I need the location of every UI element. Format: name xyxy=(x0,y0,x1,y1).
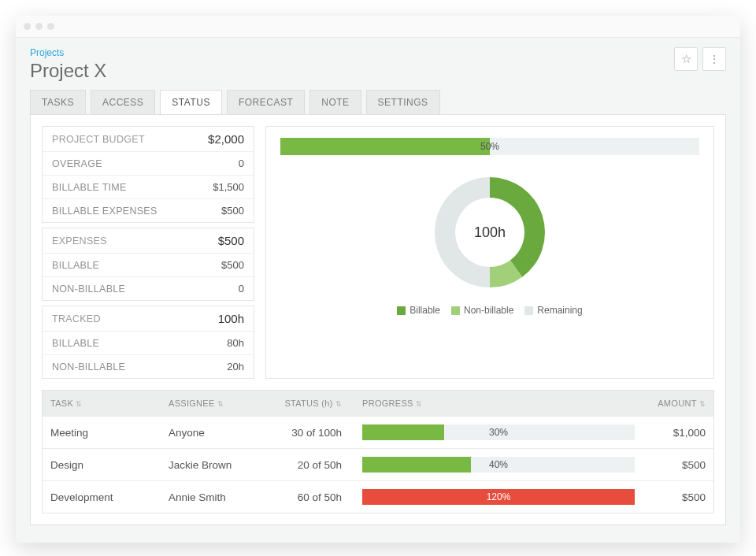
tasks-table: TASK⇅ ASSIGNEE⇅ STATUS (h)⇅ PROGRESS⇅ AM… xyxy=(42,390,714,513)
legend: BillableNon-billableRemaining xyxy=(397,305,582,316)
traffic-light-dot xyxy=(47,23,54,30)
label: BILLABLE xyxy=(52,338,99,349)
cell-task: Meeting xyxy=(43,419,161,447)
row-progress-label: 120% xyxy=(362,489,635,505)
label: BILLABLE TIME xyxy=(52,182,127,193)
value: 0 xyxy=(239,283,244,295)
cell-status: 60 of 50h xyxy=(271,484,350,511)
expenses-box: EXPENSES$500 BILLABLE$500 NON-BILLABLE0 xyxy=(42,228,254,301)
favorite-button[interactable]: ☆ xyxy=(674,47,698,71)
legend-swatch xyxy=(451,306,460,315)
row-progress-bar: 120% xyxy=(362,489,635,505)
star-icon: ☆ xyxy=(681,52,691,66)
label: PROJECT BUDGET xyxy=(52,134,145,145)
col-assignee[interactable]: ASSIGNEE⇅ xyxy=(161,391,271,416)
cell-assignee: Anyone xyxy=(161,419,271,447)
label: OVERAGE xyxy=(52,158,102,169)
table-row[interactable]: DesignJackie Brown20 of 50h40%$500 xyxy=(43,448,713,480)
legend-swatch xyxy=(524,306,533,315)
page-title: Project X xyxy=(30,60,106,82)
progress-bar: 50% xyxy=(280,138,699,155)
label: EXPENSES xyxy=(52,235,107,246)
legend-label: Remaining xyxy=(537,305,582,316)
legend-label: Non-billable xyxy=(464,305,513,316)
table-row[interactable]: MeetingAnyone30 of 100h30%$1,000 xyxy=(43,416,713,448)
row-progress-label: 30% xyxy=(362,424,635,440)
legend-swatch xyxy=(397,306,406,315)
budget-box: PROJECT BUDGET$2,000 OVERAGE0 BILLABLE T… xyxy=(42,126,254,223)
tab-note[interactable]: NOTE xyxy=(309,90,361,114)
table-header: TASK⇅ ASSIGNEE⇅ STATUS (h)⇅ PROGRESS⇅ AM… xyxy=(43,391,713,416)
more-button[interactable]: ⋮ xyxy=(702,47,726,71)
titlebar xyxy=(16,16,740,38)
legend-item: Non-billable xyxy=(451,305,513,316)
value: 0 xyxy=(239,158,244,169)
status-panel: PROJECT BUDGET$2,000 OVERAGE0 BILLABLE T… xyxy=(30,114,726,525)
col-status[interactable]: STATUS (h)⇅ xyxy=(271,391,350,416)
progress-bar-label: 50% xyxy=(280,138,699,155)
legend-label: Billable xyxy=(410,305,440,316)
traffic-light-dot xyxy=(24,23,31,30)
tracked-box: TRACKED100h BILLABLE80h NON-BILLABLE20h xyxy=(42,306,254,379)
cell-progress: 120% xyxy=(350,481,643,513)
row-progress-bar: 40% xyxy=(362,457,635,473)
cell-assignee: Annie Smith xyxy=(161,484,271,511)
value: $500 xyxy=(221,205,244,217)
label: BILLABLE EXPENSES xyxy=(52,206,158,217)
cell-progress: 40% xyxy=(350,449,643,480)
cell-status: 20 of 50h xyxy=(271,451,350,479)
tab-forecast[interactable]: FORECAST xyxy=(227,90,305,114)
value: $500 xyxy=(218,234,244,247)
tab-access[interactable]: ACCESS xyxy=(91,90,155,114)
value: $1,500 xyxy=(213,181,244,193)
col-amount[interactable]: AMOUNT⇅ xyxy=(643,391,713,416)
value: 20h xyxy=(227,361,244,373)
row-progress-label: 40% xyxy=(362,457,635,473)
cell-task: Development xyxy=(43,484,161,511)
sort-icon: ⇅ xyxy=(76,400,82,408)
tab-settings[interactable]: SETTINGS xyxy=(366,90,440,114)
legend-item: Billable xyxy=(397,305,440,316)
donut-chart: 100h xyxy=(427,169,553,295)
legend-item: Remaining xyxy=(524,305,582,316)
col-progress[interactable]: PROGRESS⇅ xyxy=(350,391,643,416)
label: TRACKED xyxy=(52,313,101,324)
kebab-icon: ⋮ xyxy=(709,54,720,65)
cell-progress: 30% xyxy=(350,417,643,448)
tab-status[interactable]: STATUS xyxy=(160,90,222,114)
table-row[interactable]: DevelopmentAnnie Smith60 of 50h120%$500 xyxy=(43,480,713,513)
donut-center-label: 100h xyxy=(427,169,553,295)
label: BILLABLE xyxy=(52,260,99,271)
value: 80h xyxy=(227,337,244,349)
breadcrumb[interactable]: Projects xyxy=(30,47,106,58)
cell-amount: $1,000 xyxy=(643,419,713,447)
cell-status: 30 of 100h xyxy=(271,419,350,447)
cell-amount: $500 xyxy=(643,451,713,479)
cell-task: Design xyxy=(43,451,161,479)
value: $2,000 xyxy=(208,132,244,146)
value: 100h xyxy=(218,312,244,325)
value: $500 xyxy=(221,259,244,271)
app-window: Projects Project X ☆ ⋮ TASKSACCESSSTATUS… xyxy=(16,16,740,543)
summary-column: PROJECT BUDGET$2,000 OVERAGE0 BILLABLE T… xyxy=(42,126,254,379)
row-progress-bar: 30% xyxy=(362,424,635,440)
cell-amount: $500 xyxy=(643,484,713,511)
col-task[interactable]: TASK⇅ xyxy=(43,391,161,416)
label: NON-BILLABLE xyxy=(52,284,125,295)
traffic-light-dot xyxy=(35,23,43,30)
label: NON-BILLABLE xyxy=(52,361,125,373)
sort-icon: ⇅ xyxy=(335,400,342,408)
cell-assignee: Jackie Brown xyxy=(161,451,271,479)
sort-icon: ⇅ xyxy=(217,400,224,408)
tab-tasks[interactable]: TASKS xyxy=(30,90,86,114)
sort-icon: ⇅ xyxy=(699,400,706,408)
chart-panel: 50% 100h BillableNon-billableRemaining xyxy=(265,126,714,379)
sort-icon: ⇅ xyxy=(416,400,422,408)
